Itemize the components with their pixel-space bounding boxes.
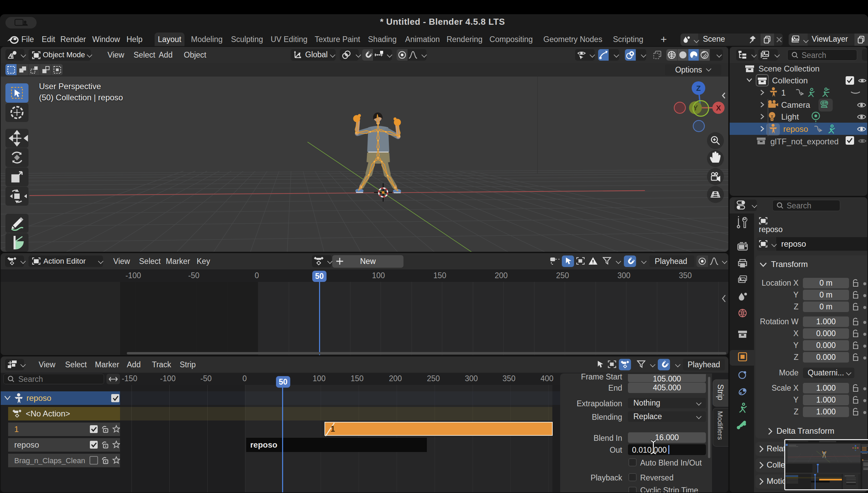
svg-text:X: X <box>716 104 721 112</box>
svg-text:reposo: reposo <box>783 124 808 133</box>
svg-text:Collection: Collection <box>772 76 808 85</box>
svg-text:glTF_not_exported: glTF_not_exported <box>770 137 839 146</box>
svg-text:Light: Light <box>781 112 799 121</box>
svg-text:Scene Collection: Scene Collection <box>758 64 820 73</box>
svg-text:1: 1 <box>781 88 786 97</box>
svg-text:Z: Z <box>696 84 701 93</box>
svg-text:Camera: Camera <box>781 100 810 109</box>
